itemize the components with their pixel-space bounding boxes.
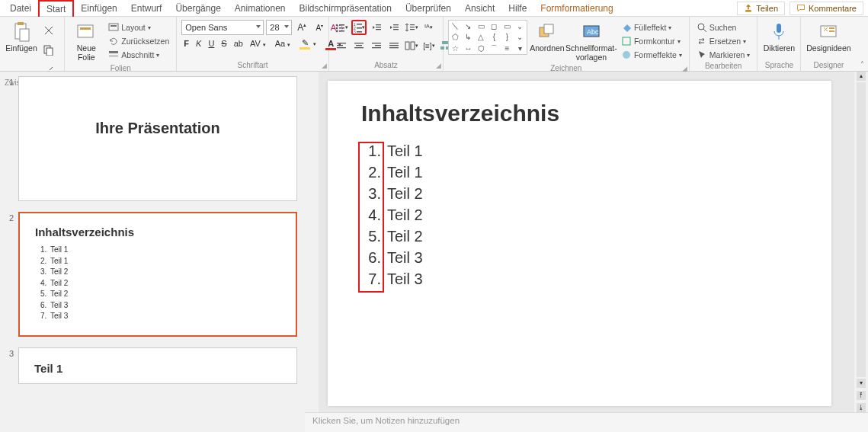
- increase-indent-button[interactable]: [386, 20, 402, 35]
- scroll-track[interactable]: [857, 82, 866, 377]
- select-button[interactable]: Markieren ▾: [694, 49, 753, 61]
- increase-font-button[interactable]: A▴: [294, 20, 309, 35]
- tab-review[interactable]: Überprüfen: [399, 1, 458, 16]
- char-spacing-button[interactable]: AV▾: [248, 39, 271, 48]
- share-button[interactable]: Teilen: [737, 2, 785, 15]
- align-center-icon: [354, 40, 364, 51]
- tab-design[interactable]: Entwurf: [124, 1, 169, 16]
- shapes-gallery[interactable]: ＼↘▭◻▭⌄ ⬠↳△{}⌄ ☆↔⬡⌒≡▾: [448, 20, 527, 55]
- tab-transitions[interactable]: Übergänge: [168, 1, 227, 16]
- slide-thumbnail-1[interactable]: Ihre Präsentation: [18, 76, 297, 201]
- slide[interactable]: Inhaltsverzeichnis 1.Teil 1 2.Teil 1 3.T…: [328, 81, 831, 406]
- cut-button[interactable]: [41, 23, 56, 38]
- tab-help[interactable]: Hilfe: [501, 1, 533, 16]
- tab-start[interactable]: Start: [38, 0, 74, 17]
- share-icon: [744, 4, 753, 13]
- tab-file[interactable]: Datei: [3, 1, 38, 16]
- toc-num: 3.: [361, 183, 383, 204]
- bullets-icon: [335, 22, 345, 33]
- decrease-font-button[interactable]: A▾: [312, 20, 327, 35]
- svg-rect-0: [746, 10, 752, 11]
- thumb-title: Ihre Präsentation: [33, 120, 283, 137]
- scroll-down-button[interactable]: ▾: [857, 379, 866, 388]
- strike-button[interactable]: S: [219, 39, 229, 48]
- comments-button[interactable]: Kommentare: [790, 2, 863, 15]
- copy-button[interactable]: [41, 43, 56, 58]
- tab-animations[interactable]: Animationen: [228, 1, 293, 16]
- effects-icon: [621, 50, 632, 60]
- svg-text:3: 3: [354, 30, 356, 33]
- bold-button[interactable]: F: [181, 39, 191, 48]
- align-right-button[interactable]: [369, 38, 384, 53]
- slide-thumbnail-2[interactable]: Inhaltsverzeichnis Teil 1 Teil 1 Teil 2 …: [18, 212, 297, 337]
- numbering-icon: 123: [353, 22, 362, 33]
- svg-point-12: [336, 24, 338, 27]
- align-left-icon: [336, 40, 347, 51]
- toc-text: Teil 2: [383, 183, 423, 204]
- scroll-up-button[interactable]: ▴: [857, 72, 866, 81]
- svg-rect-51: [544, 24, 553, 34]
- justify-button[interactable]: [386, 38, 402, 53]
- text-direction-button[interactable]: ᴵᴬ▾: [421, 20, 437, 35]
- toc-num: 6.: [361, 247, 383, 268]
- arrange-button[interactable]: Anordnen: [530, 20, 564, 55]
- outline-button[interactable]: Formkontur ▾: [619, 35, 684, 47]
- prev-slide-button[interactable]: ⭱: [857, 391, 866, 400]
- collapse-ribbon-button[interactable]: ˄: [860, 60, 864, 69]
- align-text-button[interactable]: [≡]▾: [421, 38, 437, 53]
- design-ideas-icon: [819, 23, 838, 41]
- svg-point-55: [623, 51, 630, 59]
- svg-text:Abc: Abc: [587, 28, 599, 36]
- replace-button[interactable]: Ersetzen ▾: [694, 35, 753, 47]
- find-button[interactable]: Suchen: [694, 21, 753, 34]
- tabstrip: Datei Start Einfügen Entwurf Übergänge A…: [0, 0, 868, 17]
- group-label-slides: Folien: [111, 64, 131, 72]
- new-slide-button[interactable]: Neue Folie: [69, 20, 103, 63]
- slide-canvas[interactable]: Inhaltsverzeichnis 1.Teil 1 2.Teil 1 3.T…: [319, 72, 854, 412]
- font-size-combo[interactable]: 28: [266, 20, 292, 35]
- font-dialog-launcher-icon[interactable]: ◢: [322, 62, 327, 69]
- section-button[interactable]: Abschnitt ▾: [106, 49, 171, 61]
- decrease-indent-button[interactable]: [369, 20, 384, 35]
- effects-button[interactable]: Formeffekte ▾: [619, 49, 684, 61]
- change-case-button[interactable]: Aa▾: [273, 39, 295, 48]
- slide-thumbnail-3[interactable]: Teil 1: [18, 347, 297, 384]
- svg-rect-28: [393, 27, 399, 27]
- svg-rect-27: [393, 24, 399, 25]
- svg-rect-41: [372, 47, 381, 48]
- notes-pane[interactable]: Klicken Sie, um Notizen hinzuzufügen: [305, 412, 868, 432]
- slide-thumbnail-panel[interactable]: 1 Ihre Präsentation 2 Inhaltsverzeichnis…: [0, 72, 305, 432]
- paragraph-dialog-launcher-icon[interactable]: ◢: [436, 62, 441, 69]
- numbering-button[interactable]: 123▾: [351, 20, 367, 35]
- reset-button[interactable]: Zurücksetzen: [106, 35, 171, 47]
- dictate-button[interactable]: Diktieren: [762, 20, 796, 55]
- copy-icon: [43, 45, 54, 56]
- quick-styles-button[interactable]: Abc Schnellformat- vorlagen: [567, 20, 616, 63]
- shadow-button[interactable]: ab: [232, 39, 245, 48]
- slide-title[interactable]: Inhaltsverzeichnis: [361, 101, 798, 126]
- columns-button[interactable]: ▾: [404, 38, 419, 53]
- next-slide-button[interactable]: ⭳: [857, 403, 866, 412]
- search-icon: [697, 22, 707, 33]
- layout-icon: [108, 22, 119, 33]
- highlight-button[interactable]: ✎▾: [297, 38, 321, 48]
- cursor-icon: [697, 50, 707, 60]
- vertical-scrollbar[interactable]: ▴ ▾ ⭱ ⭳: [854, 72, 868, 412]
- italic-button[interactable]: K: [194, 39, 203, 48]
- underline-button[interactable]: U: [206, 39, 216, 48]
- tab-shape-format[interactable]: Formformatierung: [533, 1, 620, 16]
- line-spacing-button[interactable]: ▾: [404, 20, 419, 35]
- paste-button[interactable]: Einfügen: [5, 20, 38, 55]
- align-center-button[interactable]: [351, 38, 367, 53]
- fill-button[interactable]: Fülleffekt ▾: [619, 21, 684, 34]
- design-ideas-button[interactable]: Designideen: [806, 20, 851, 55]
- tab-insert[interactable]: Einfügen: [74, 1, 123, 16]
- editor-pane: Inhaltsverzeichnis 1.Teil 1 2.Teil 1 3.T…: [305, 72, 868, 432]
- tab-slideshow[interactable]: Bildschirmpräsentation: [293, 1, 399, 16]
- layout-button[interactable]: Layout ▾: [106, 21, 171, 34]
- bullets-button[interactable]: ▾: [334, 20, 349, 35]
- toc-list[interactable]: 1.Teil 1 2.Teil 1 3.Teil 2 4.Teil 2 5.Te…: [361, 140, 798, 290]
- svg-rect-29: [393, 29, 399, 30]
- tab-view[interactable]: Ansicht: [458, 1, 501, 16]
- font-name-combo[interactable]: Open Sans: [181, 20, 264, 35]
